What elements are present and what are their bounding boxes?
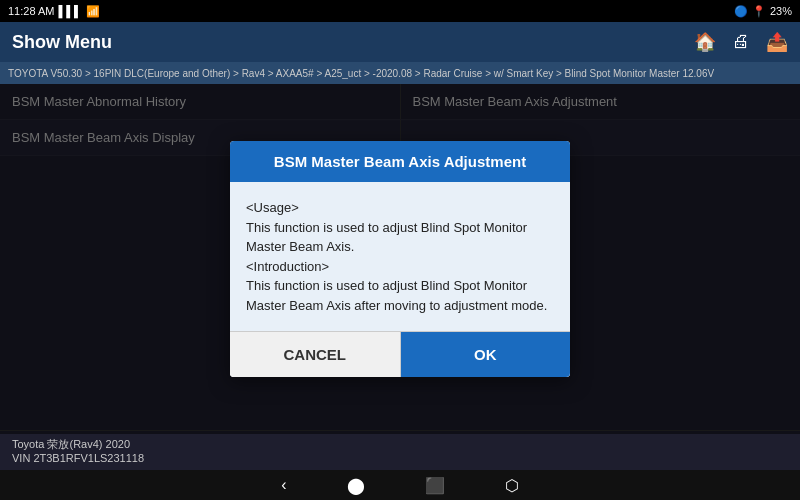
print-icon[interactable]: 🖨: [732, 31, 750, 53]
dialog-footer: CANCEL OK: [230, 331, 570, 377]
nav-bar: ‹ ⬤ ⬛ ⬡: [0, 470, 800, 500]
dialog: BSM Master Beam Axis Adjustment <Usage> …: [230, 141, 570, 377]
back-button[interactable]: ‹: [281, 476, 286, 494]
info-bar: Toyota 荣放(Rav4) 2020 VIN 2T3B1RFV1LS2311…: [0, 430, 800, 470]
breadcrumb: TOYOTA V50.30 > 16PIN DLC(Europe and Oth…: [0, 62, 800, 84]
wifi-icon: 📶: [86, 5, 100, 18]
vehicle-info-line2: VIN 2T3B1RFV1LS231118: [12, 452, 788, 464]
dialog-title: BSM Master Beam Axis Adjustment: [230, 141, 570, 182]
export-icon[interactable]: 📤: [766, 31, 788, 53]
vehicle-info-line1: Toyota 荣放(Rav4) 2020: [12, 437, 788, 452]
signal-icon: ▌▌▌: [58, 5, 81, 17]
bluetooth-icon: 🔵: [734, 5, 748, 18]
home-icon[interactable]: 🏠: [694, 31, 716, 53]
toolbar-icons: 🏠 🖨 📤: [694, 31, 788, 53]
cancel-button[interactable]: CANCEL: [230, 332, 401, 377]
main-content: BSM Master Abnormal History BSM Master B…: [0, 84, 800, 434]
page-title: Show Menu: [12, 32, 112, 53]
time-display: 11:28 AM: [8, 5, 54, 17]
status-icons: 🔵 📍 23%: [734, 5, 792, 18]
status-time: 11:28 AM ▌▌▌ 📶: [8, 5, 100, 18]
top-bar: Show Menu 🏠 🖨 📤: [0, 22, 800, 62]
battery-display: 23%: [770, 5, 792, 17]
status-bar: 11:28 AM ▌▌▌ 📶 🔵 📍 23%: [0, 0, 800, 22]
ok-button[interactable]: OK: [401, 332, 571, 377]
screenshot-button[interactable]: ⬡: [505, 476, 519, 495]
home-nav-button[interactable]: ⬤: [347, 476, 365, 495]
dialog-body: <Usage> This function is used to adjust …: [230, 182, 570, 331]
recent-apps-button[interactable]: ⬛: [425, 476, 445, 495]
location-icon: 📍: [752, 5, 766, 18]
dialog-body-text: <Usage> This function is used to adjust …: [246, 200, 547, 313]
